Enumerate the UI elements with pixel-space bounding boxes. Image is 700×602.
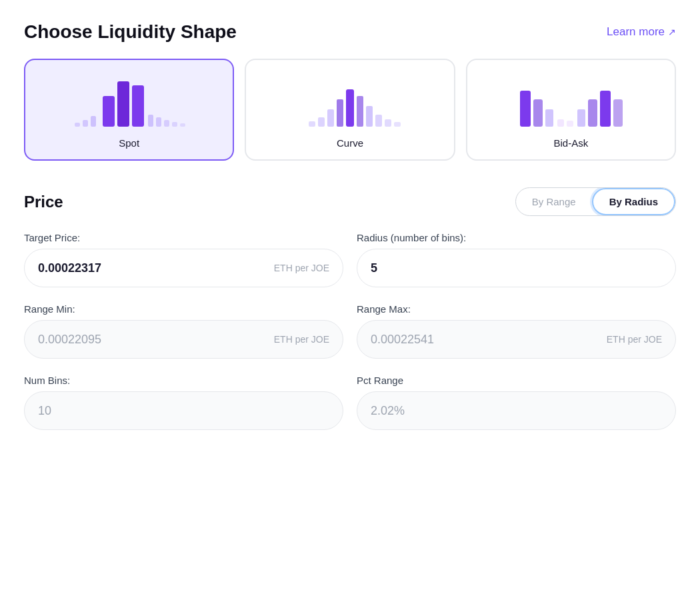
range-min-input[interactable] <box>38 333 269 347</box>
shape-card-bid-ask[interactable]: Bid-Ask <box>466 59 676 161</box>
pct-range-input-wrapper <box>357 391 676 430</box>
learn-more-link[interactable]: Learn more ↗ <box>607 25 676 39</box>
learn-more-label: Learn more <box>607 25 665 39</box>
range-max-input[interactable] <box>371 333 601 347</box>
shape-card-curve[interactable]: Curve <box>245 59 455 161</box>
num-bins-label: Num Bins: <box>24 375 343 386</box>
svg-rect-20 <box>394 122 401 127</box>
num-bins-input-wrapper <box>24 391 343 430</box>
svg-rect-11 <box>309 121 315 127</box>
external-link-icon: ↗ <box>668 27 676 37</box>
form-row-1: Target Price: ETH per JOE Radius (number… <box>24 232 676 287</box>
bid-ask-chart <box>511 76 631 129</box>
bid-ask-label: Bid-Ask <box>553 137 588 149</box>
curve-chart <box>290 76 410 129</box>
spot-chart <box>69 76 189 129</box>
form-row-3: Num Bins: Pct Range <box>24 375 676 430</box>
svg-rect-9 <box>172 122 177 127</box>
range-min-input-wrapper: ETH per JOE <box>24 320 343 359</box>
svg-rect-16 <box>357 96 363 127</box>
svg-rect-23 <box>545 109 553 127</box>
spot-label: Spot <box>119 137 139 149</box>
svg-rect-27 <box>588 99 597 127</box>
page-header: Choose Liquidity Shape Learn more ↗ <box>24 21 676 43</box>
range-max-label: Range Max: <box>357 303 676 315</box>
svg-rect-6 <box>148 115 153 127</box>
svg-rect-26 <box>577 109 585 127</box>
pct-range-input[interactable] <box>371 404 662 418</box>
radius-label: Radius (number of bins): <box>357 232 676 243</box>
price-section: Price By Range By Radius Target Price: E… <box>24 187 676 430</box>
svg-rect-10 <box>180 123 185 127</box>
radius-input-wrapper <box>357 249 676 287</box>
toggle-by-radius[interactable]: By Radius <box>592 188 675 215</box>
price-toggle-group: By Range By Radius <box>515 187 676 216</box>
svg-rect-18 <box>375 115 382 127</box>
target-price-label: Target Price: <box>24 232 343 243</box>
svg-rect-25 <box>567 121 573 127</box>
range-max-group: Range Max: ETH per JOE <box>357 303 676 359</box>
num-bins-input[interactable] <box>38 404 329 418</box>
svg-rect-12 <box>318 117 325 127</box>
range-max-unit: ETH per JOE <box>607 334 662 345</box>
shape-card-spot[interactable]: Spot <box>24 59 234 161</box>
pct-range-group: Pct Range <box>357 375 676 430</box>
target-price-group: Target Price: ETH per JOE <box>24 232 343 287</box>
svg-rect-19 <box>385 119 391 127</box>
svg-rect-24 <box>557 119 564 127</box>
svg-rect-14 <box>337 99 343 127</box>
pct-range-label: Pct Range <box>357 375 676 386</box>
form-row-2: Range Min: ETH per JOE Range Max: ETH pe… <box>24 303 676 359</box>
radius-group: Radius (number of bins): <box>357 232 676 287</box>
toggle-by-range[interactable]: By Range <box>516 188 592 215</box>
svg-rect-29 <box>613 99 623 127</box>
curve-label: Curve <box>337 137 363 149</box>
shape-cards: Spot Curve <box>24 59 676 161</box>
radius-input[interactable] <box>371 261 662 275</box>
svg-rect-13 <box>327 109 334 127</box>
svg-rect-17 <box>366 106 373 127</box>
svg-rect-3 <box>103 96 115 127</box>
range-min-unit: ETH per JOE <box>274 334 329 345</box>
svg-rect-8 <box>164 120 169 127</box>
target-price-input[interactable] <box>38 261 269 275</box>
svg-rect-4 <box>117 81 129 127</box>
range-min-group: Range Min: ETH per JOE <box>24 303 343 359</box>
svg-rect-7 <box>156 117 161 127</box>
range-min-label: Range Min: <box>24 303 343 315</box>
svg-rect-2 <box>91 116 96 127</box>
price-header: Price By Range By Radius <box>24 187 676 216</box>
num-bins-group: Num Bins: <box>24 375 343 430</box>
range-max-input-wrapper: ETH per JOE <box>357 320 676 359</box>
target-price-unit: ETH per JOE <box>274 263 329 273</box>
page-title: Choose Liquidity Shape <box>24 21 237 43</box>
svg-rect-1 <box>83 120 88 127</box>
svg-rect-28 <box>600 91 611 127</box>
svg-rect-5 <box>132 85 144 127</box>
svg-rect-22 <box>533 99 543 127</box>
svg-rect-15 <box>346 89 354 127</box>
svg-rect-0 <box>75 123 80 127</box>
price-title: Price <box>24 193 63 211</box>
svg-rect-21 <box>520 91 531 127</box>
target-price-input-wrapper: ETH per JOE <box>24 249 343 287</box>
